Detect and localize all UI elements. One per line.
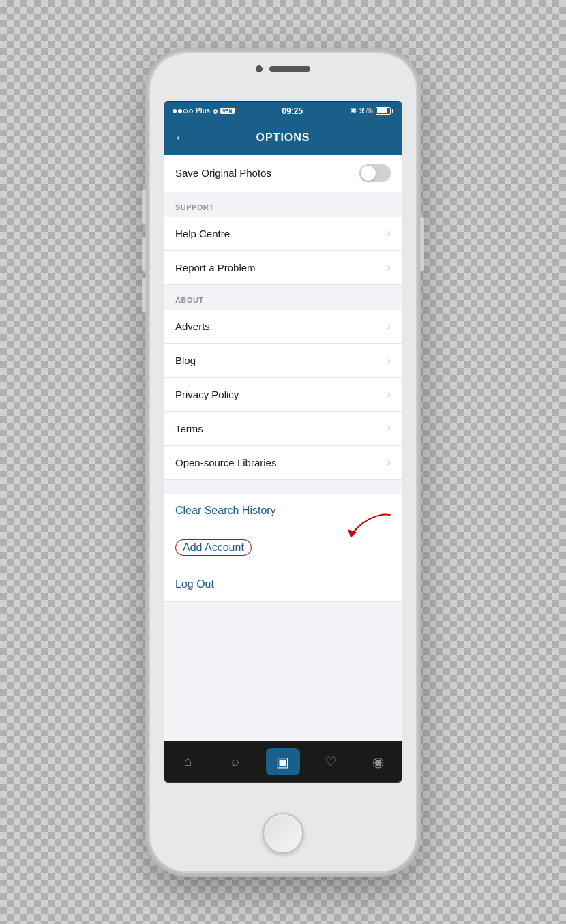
- toggle-knob: [361, 166, 376, 181]
- signal-dot-4: [189, 109, 193, 113]
- nav-search[interactable]: ⌕: [218, 748, 252, 775]
- open-source-label: Open-source Libraries: [175, 457, 276, 468]
- signal-dot-2: [178, 109, 182, 113]
- clear-history-row[interactable]: Clear Search History: [164, 494, 402, 528]
- vpn-badge: VPN: [220, 108, 234, 114]
- blog-row[interactable]: Blog ›: [164, 344, 402, 378]
- app-header: ← OPTIONS: [164, 121, 402, 155]
- front-camera: [256, 65, 263, 72]
- save-photos-label: Save Original Photos: [175, 167, 271, 179]
- chevron-icon: ›: [387, 227, 391, 239]
- status-right: ✱ 95%: [351, 106, 393, 115]
- camera-icon: ▣: [276, 754, 289, 770]
- privacy-label: Privacy Policy: [175, 389, 239, 400]
- add-account-circle: Add Account: [175, 539, 252, 556]
- chevron-icon-5: ›: [387, 388, 391, 400]
- report-problem-row[interactable]: Report a Problem ›: [164, 251, 402, 285]
- battery-icon: [376, 107, 393, 115]
- help-centre-label: Help Centre: [175, 228, 230, 239]
- chevron-icon-6: ›: [387, 422, 391, 434]
- search-icon: ⌕: [231, 754, 239, 769]
- report-problem-label: Report a Problem: [175, 262, 256, 273]
- about-section-header: ABOUT: [164, 285, 402, 310]
- status-bar: Plus ⌾ VPN 09:25 ✱ 95%: [164, 102, 402, 121]
- add-account-link[interactable]: Add Account: [183, 541, 244, 553]
- bottom-nav: ⌂ ⌕ ▣ ♡ ◉: [164, 741, 402, 782]
- support-label: SUPPORT: [175, 203, 214, 211]
- carrier-label: Plus: [196, 107, 210, 115]
- support-section-header: SUPPORT: [164, 192, 402, 217]
- bluetooth-icon: ✱: [351, 106, 357, 115]
- phone-screen: Plus ⌾ VPN 09:25 ✱ 95% ← OPTIONS: [164, 101, 402, 783]
- signal-dot-3: [183, 109, 188, 113]
- phone-device: Plus ⌾ VPN 09:25 ✱ 95% ← OPTIONS: [150, 53, 416, 871]
- back-button[interactable]: ←: [174, 130, 188, 145]
- wifi-icon: ⌾: [213, 106, 218, 116]
- battery-tip: [392, 109, 393, 113]
- clear-history-link[interactable]: Clear Search History: [175, 505, 276, 516]
- spacer-1: [164, 480, 402, 494]
- nav-home[interactable]: ⌂: [171, 748, 205, 775]
- about-label: ABOUT: [175, 296, 204, 304]
- battery-body: [376, 107, 391, 115]
- terms-row[interactable]: Terms ›: [164, 412, 402, 446]
- signal-dots: [173, 109, 193, 113]
- home-button-area: [263, 807, 303, 855]
- save-photos-toggle[interactable]: [359, 164, 391, 182]
- nav-activity[interactable]: ♡: [314, 748, 348, 775]
- terms-label: Terms: [175, 423, 203, 434]
- svg-marker-0: [348, 529, 357, 538]
- battery-percent: 95%: [359, 107, 373, 115]
- signal-dot-1: [173, 109, 177, 113]
- person-icon: ◉: [372, 754, 384, 770]
- home-icon: ⌂: [184, 754, 192, 769]
- open-source-row[interactable]: Open-source Libraries ›: [164, 446, 402, 480]
- blog-label: Blog: [175, 355, 196, 366]
- help-centre-row[interactable]: Help Centre ›: [164, 217, 402, 251]
- heart-icon: ♡: [325, 754, 337, 770]
- speaker-grille: [269, 66, 310, 72]
- screen-content: Save Original Photos SUPPORT Help Centre…: [164, 155, 402, 741]
- chevron-icon-4: ›: [387, 354, 391, 366]
- log-out-row[interactable]: Log Out: [164, 567, 402, 602]
- chevron-icon-3: ›: [387, 320, 391, 332]
- nav-camera[interactable]: ▣: [266, 748, 300, 775]
- adverts-label: Adverts: [175, 321, 210, 332]
- log-out-link[interactable]: Log Out: [175, 578, 214, 590]
- status-time: 09:25: [282, 106, 303, 116]
- chevron-icon-7: ›: [387, 456, 391, 468]
- save-photos-row[interactable]: Save Original Photos: [164, 155, 402, 192]
- add-account-row[interactable]: Add Account: [164, 528, 402, 567]
- adverts-row[interactable]: Adverts ›: [164, 310, 402, 344]
- phone-top: [157, 65, 409, 76]
- page-title: OPTIONS: [256, 132, 310, 144]
- nav-profile[interactable]: ◉: [361, 748, 395, 775]
- chevron-icon-2: ›: [387, 261, 391, 273]
- status-left: Plus ⌾ VPN: [173, 106, 235, 116]
- battery-fill: [377, 108, 387, 113]
- camera-area: [256, 65, 310, 72]
- privacy-row[interactable]: Privacy Policy ›: [164, 378, 402, 412]
- home-button[interactable]: [263, 813, 303, 854]
